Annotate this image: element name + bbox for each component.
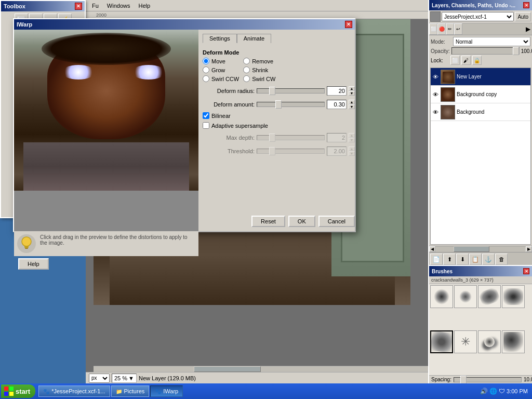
taskbar-iwarp-icon: 🐾 [155, 389, 161, 394]
lock-paint-button[interactable]: 🖌 [461, 56, 471, 65]
layers-icon-tab[interactable]: ⬜ [429, 23, 437, 35]
iwarp-hint: Click and drag in the preview to define … [14, 231, 198, 256]
mode-remove[interactable]: Remove [243, 58, 275, 64]
max-depth-row: Max depth: ▲ ▼ [203, 133, 355, 142]
start-button[interactable]: start [1, 384, 35, 398]
lock-alpha-button[interactable]: ⬜ [450, 56, 460, 65]
bilinear-checkbox[interactable] [203, 112, 209, 119]
spacing-label: Spacing: [431, 377, 451, 382]
layer-item-new-layer[interactable]: 👁 New Layer [431, 68, 530, 86]
deform-radius-row: Deform radius: ▲ ▼ [203, 86, 355, 96]
brush-item-3[interactable] [478, 285, 501, 308]
deform-amount-slider[interactable] [257, 102, 325, 107]
layer-eye-bg-copy[interactable]: 👁 [432, 91, 439, 98]
svg-rect-2 [25, 248, 28, 249]
brush-item-5[interactable] [430, 330, 453, 353]
deform-amount-down[interactable]: ▼ [349, 104, 355, 109]
menu-fu[interactable]: Fu [88, 2, 103, 10]
menu-help[interactable]: Help [134, 2, 154, 10]
threshold-down: ▼ [349, 151, 355, 156]
channels-icon-tab[interactable]: 🔴 [437, 23, 446, 35]
taskbar-item-iwarp[interactable]: 🐾 IWarp [150, 385, 183, 397]
help-button[interactable]: Help [18, 258, 49, 270]
layer-item-background[interactable]: 👁 Background [431, 103, 530, 121]
brush-item-6[interactable]: ✳ [454, 330, 477, 353]
deform-radius-up[interactable]: ▲ [349, 86, 355, 91]
scrollbar-h-thumb[interactable] [194, 366, 261, 372]
scroll-thumb[interactable] [454, 246, 490, 252]
layers-panel: Layers, Channels, Paths, Undo -... ✕ Jes… [428, 0, 532, 281]
scrollbar-h[interactable] [94, 366, 428, 372]
brush-item-4[interactable] [502, 285, 525, 308]
brush-item-7[interactable] [478, 330, 501, 353]
opacity-value: 100.0 [521, 48, 532, 54]
brushes-panel-close[interactable]: ✕ [523, 268, 529, 274]
brush-item-2[interactable] [454, 285, 477, 308]
tab-animate[interactable]: Animate [237, 34, 271, 43]
new-layer-button[interactable]: 📄 [430, 254, 443, 265]
anchor-layer-button[interactable]: ⚓ [482, 254, 495, 265]
raise-layer-button[interactable]: ⬆ [443, 254, 456, 265]
layers-panel-close[interactable]: ✕ [523, 2, 529, 8]
iwarp-controls: Settings Animate Deform Mode Move Grow [198, 30, 359, 231]
lock-label: Lock: [431, 58, 449, 63]
layer-eye-new-layer[interactable]: 👁 [432, 73, 439, 81]
deform-radius-down[interactable]: ▼ [349, 91, 355, 96]
scroll-right[interactable]: ▶ [526, 246, 532, 252]
lower-layer-button[interactable]: ⬇ [456, 254, 469, 265]
shirt [23, 142, 190, 191]
crack-overlay [51, 54, 162, 143]
mode-move[interactable]: Move [203, 58, 239, 64]
taskbar-pictures-label: Pictures [124, 388, 145, 394]
svg-rect-1 [24, 246, 29, 248]
deform-radius-input[interactable] [327, 86, 347, 96]
deform-amount-input[interactable] [327, 100, 347, 109]
duplicate-layer-button[interactable]: 📋 [469, 254, 482, 265]
layer-name-background: Background [457, 109, 529, 115]
taskbar-item-pictures[interactable]: 📁 Pictures [111, 385, 150, 397]
adaptive-checkbox[interactable] [203, 122, 209, 129]
deform-amount-up[interactable]: ▲ [349, 100, 355, 104]
menu-windows[interactable]: Windows [103, 2, 135, 10]
layers-scrollbar[interactable]: ◀ ▶ [429, 246, 532, 252]
tab-spacer [462, 23, 524, 35]
iwarp-close-button[interactable]: ✕ [345, 21, 352, 28]
deform-radius-slider[interactable] [257, 88, 325, 94]
max-depth-up: ▲ [349, 133, 355, 138]
layer-eye-background[interactable]: 👁 [432, 109, 439, 116]
iwarp-preview: Click and drag in the preview to define … [14, 30, 198, 231]
undo-icon-tab[interactable]: ↩ [454, 23, 462, 35]
taskbar-pictures-icon: 📁 [116, 389, 122, 394]
cancel-button[interactable]: Cancel [318, 216, 355, 227]
mode-select[interactable]: Normal [453, 37, 530, 46]
auto-button[interactable]: Auto [515, 12, 531, 21]
tray-icon-1: 🔊 [480, 388, 488, 395]
spacing-slider[interactable] [454, 377, 522, 382]
reset-button[interactable]: Reset [251, 216, 285, 227]
unit-select[interactable]: px [89, 374, 110, 383]
brushes-panel-title: Brushes [432, 269, 453, 274]
brush-item-1[interactable] [430, 285, 453, 308]
taskbar-item-gimp[interactable]: 🐾 *JesseProject.xcf-1... [38, 385, 110, 397]
ok-button[interactable]: OK [288, 216, 315, 227]
toolbox-close-button[interactable]: ✕ [75, 3, 82, 10]
delete-layer-button[interactable]: 🗑 [495, 254, 508, 265]
mode-grow[interactable]: Grow [203, 66, 239, 73]
paths-icon-tab[interactable]: ✏ [446, 23, 454, 35]
layers-menu-arrow[interactable]: ▶ [524, 23, 532, 35]
brush-item-8[interactable] [502, 330, 525, 353]
tray-icon-2: 🌐 [489, 388, 497, 395]
deform-radius-arrows: ▲ ▼ [349, 86, 355, 96]
mode-swirl-cw[interactable]: Swirl CW [243, 75, 275, 82]
iwarp-photo[interactable] [14, 30, 198, 191]
mode-shrink[interactable]: Shrink [243, 66, 275, 73]
tab-settings[interactable]: Settings [203, 34, 237, 43]
mode-swirl-ccw[interactable]: Swirl CCW [203, 75, 239, 82]
layer-item-bg-copy[interactable]: 👁 Background copy [431, 86, 530, 103]
threshold-label: Threshold: [203, 148, 255, 154]
threshold-slider [257, 149, 325, 154]
file-select[interactable]: JesseProject.xcf-1 [442, 12, 514, 21]
opacity-slider[interactable] [451, 47, 520, 55]
scroll-left[interactable]: ◀ [429, 246, 435, 252]
lock-move-button[interactable]: 🔒 [472, 56, 482, 65]
